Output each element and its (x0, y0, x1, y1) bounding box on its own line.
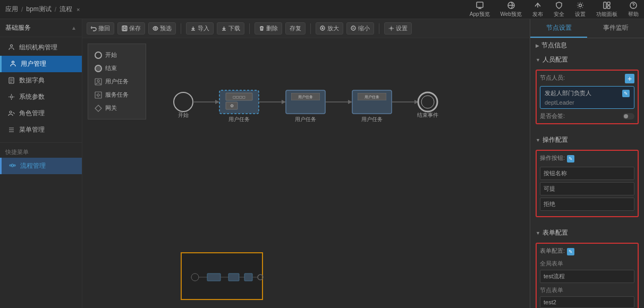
toolbar-btn-download[interactable]: 下载 (217, 22, 244, 35)
svg-text:开始: 开始 (178, 112, 189, 118)
toolbar-btn-preview[interactable]: 预选 (148, 22, 176, 35)
section-header-form-config[interactable]: ▼ 表单配置 (530, 226, 644, 240)
sidebar-item-menu[interactable]: 菜单管理 (0, 122, 82, 138)
tab-node-settings[interactable]: 节点设置 (530, 19, 587, 38)
toolbar-btn-settings[interactable]: 设置 (384, 22, 412, 35)
main-layout: 基础服务 ▲ 组织机构管理 用户管理 数据字典 (0, 19, 644, 308)
svg-rect-3 (604, 2, 606, 8)
sidebar-item-org[interactable]: 组织机构管理 (0, 39, 82, 56)
minimap-svg (182, 253, 264, 301)
op-btn-submit: 可提 (540, 182, 634, 195)
sign-toggle[interactable] (623, 113, 634, 119)
sidebar-section-main: 组织机构管理 用户管理 数据字典 系统参数 (0, 37, 82, 140)
svg-point-12 (10, 165, 11, 166)
operation-edit-icon[interactable]: ✎ (567, 155, 574, 162)
section-header-operation[interactable]: ▼ 操作配置 (530, 133, 644, 147)
nav-web-preview[interactable]: Web预览 (501, 1, 522, 18)
section-content-form: 表单配置: ✎ 全局表单 test流程 节点表单 test2 (530, 240, 644, 308)
svg-point-8 (12, 61, 14, 63)
tab-event-listen[interactable]: 事件监听 (587, 19, 644, 38)
menu-icon (7, 126, 15, 134)
nav-settings[interactable]: 设置 (575, 1, 586, 18)
breadcrumb-bpm: bpm测试 (26, 5, 51, 14)
nav-help[interactable]: 帮助 (628, 1, 639, 18)
person-config-box: 节点人员: + 发起人部门负责人 ✎ deptLeader 是否会签: (536, 70, 639, 124)
section-header-node-info[interactable]: ▶ 节点信息 (530, 38, 644, 53)
role-icon (7, 110, 15, 117)
svg-point-21 (391, 28, 392, 29)
toolbar-btn-zoomout[interactable]: 缩小 (346, 22, 374, 35)
user-icon (9, 61, 16, 68)
svg-rect-59 (244, 273, 252, 281)
svg-rect-55 (207, 273, 221, 281)
sidebar-item-dict[interactable]: 数据字典 (0, 72, 82, 89)
palette-item-user-task[interactable]: 用户任务 (92, 75, 141, 88)
svg-text:用户任务: 用户任务 (361, 116, 383, 122)
svg-point-23 (97, 80, 99, 82)
org-icon (7, 44, 15, 52)
palette-item-service-task[interactable]: 服务任务 (92, 88, 141, 101)
right-panel: 节点设置 事件监听 ▶ 节点信息 ▼ 人员配置 节点人员: + (530, 19, 644, 308)
end-node-icon (95, 65, 102, 72)
node-form-label: 节点表单 (540, 286, 634, 294)
close-tab-btn[interactable]: × (77, 6, 80, 13)
toolbar-btn-save[interactable]: 保存 (117, 22, 145, 35)
person-edit-icon[interactable]: ✎ (622, 90, 630, 97)
toolbar: 撤回 保存 预选 导入 下载 删除 (82, 19, 530, 38)
palette-item-end[interactable]: 结束 (92, 62, 141, 75)
center-panel: 撤回 保存 预选 导入 下载 删除 (82, 19, 530, 308)
sidebar-collapse-icon[interactable]: ▲ (71, 25, 77, 31)
nav-panel[interactable]: 功能面板 (596, 1, 617, 18)
svg-text:结束事件: 结束事件 (417, 112, 438, 118)
gateway-icon (95, 105, 102, 112)
svg-text:⚙: ⚙ (230, 104, 234, 108)
person-value-box: 发起人部门负责人 ✎ deptLeader (540, 86, 634, 109)
full-form-label: 全局表单 (540, 260, 634, 268)
op-btn-reject: 拒绝 (540, 198, 634, 211)
palette-item-gateway[interactable]: 网关 (92, 101, 141, 115)
section-content-person: 节点人员: + 发起人部门负责人 ✎ deptLeader 是否会签: (530, 67, 644, 133)
svg-rect-24 (95, 92, 101, 98)
flow-icon (9, 162, 16, 170)
svg-text:用户任务: 用户任务 (228, 116, 250, 122)
svg-point-18 (155, 28, 156, 29)
app-label: 应用 (5, 5, 18, 14)
sidebar-item-role[interactable]: 角色管理 (0, 105, 82, 122)
toolbar-btn-import[interactable]: 导入 (186, 22, 214, 35)
svg-point-7 (10, 45, 12, 47)
svg-text:◻◻◻◻: ◻◻◻◻ (233, 95, 245, 99)
palette-item-start[interactable]: 开始 (92, 48, 141, 62)
section-expand-icon-person: ▼ (536, 57, 540, 63)
breadcrumb-flow: 流程 (60, 5, 72, 14)
service-task-icon (95, 91, 102, 99)
toolbar-btn-delete[interactable]: 删除 (255, 22, 282, 35)
quick-menu-label: 快捷菜单 (0, 145, 82, 158)
section-header-person-config[interactable]: ▼ 人员配置 (530, 53, 644, 67)
node-person-row: 节点人员: + 发起人部门负责人 ✎ deptLeader (540, 74, 634, 109)
form-edit-icon[interactable]: ✎ (567, 248, 574, 255)
nav-publish[interactable]: 发布 (532, 1, 543, 18)
toolbar-sep2 (249, 23, 250, 34)
svg-point-51 (421, 96, 434, 108)
svg-rect-57 (228, 273, 239, 281)
svg-rect-17 (123, 29, 126, 30)
top-bar: 应用 / bpm测试 / 流程 × App预览 Web预览 发布 安全 设置 功… (0, 0, 644, 19)
person-tag-row: 发起人部门负责人 ✎ (545, 89, 630, 97)
person-add-btn[interactable]: + (625, 74, 634, 83)
toolbar-btn-undo[interactable]: 撤回 (87, 22, 114, 35)
breadcrumb-sep1: / (21, 6, 23, 13)
toolbar-btn-zoomin[interactable]: 放大 (316, 22, 343, 35)
breadcrumb-sep2: / (55, 6, 56, 13)
toolbar-btn-copy[interactable]: 存复 (285, 22, 306, 35)
sidebar-item-user[interactable]: 用户管理 (0, 56, 82, 72)
sidebar: 基础服务 ▲ 组织机构管理 用户管理 数据字典 (0, 19, 82, 308)
sidebar-item-params[interactable]: 系统参数 (0, 89, 82, 105)
sidebar-item-flow[interactable]: 流程管理 (0, 158, 82, 174)
svg-point-25 (97, 94, 99, 96)
nav-app-preview[interactable]: App预览 (470, 1, 490, 18)
svg-text:用户任务: 用户任务 (298, 95, 313, 99)
canvas-area[interactable]: 开始 结束 用户任务 服务任务 网关 (82, 38, 530, 308)
svg-rect-0 (477, 2, 483, 7)
node-person-header: 节点人员: + (540, 74, 634, 83)
nav-security[interactable]: 安全 (554, 1, 564, 18)
